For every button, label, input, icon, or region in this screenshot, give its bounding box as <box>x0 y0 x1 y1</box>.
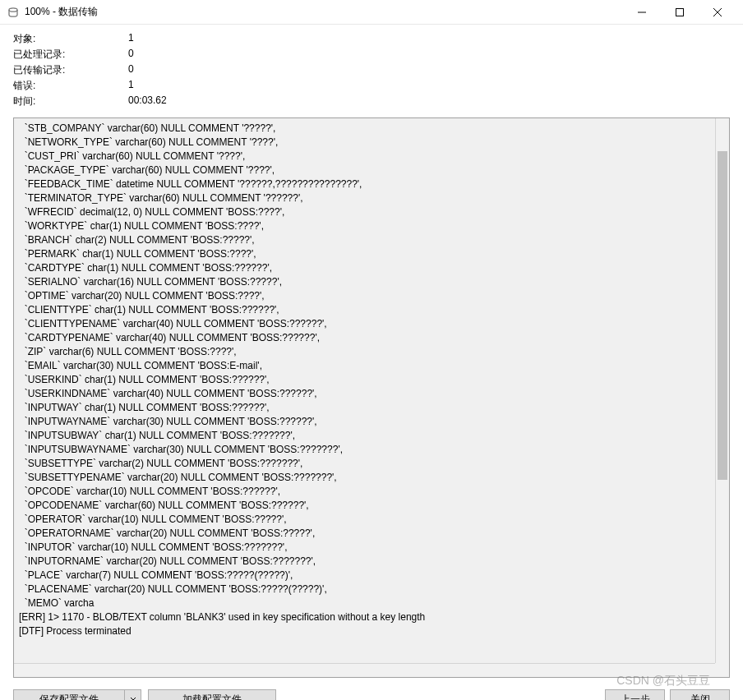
save-config-button[interactable]: 保存配置文件 <box>13 689 125 700</box>
log-line: `CLIENTTYPE` char(1) NULL COMMENT 'BOSS:… <box>19 303 724 317</box>
log-line: `CUST_PRI` varchar(60) NULL COMMENT '???… <box>19 150 724 163</box>
stat-label: 时间: <box>13 94 128 109</box>
log-output[interactable]: `STB_COMPANY` varchar(60) NULL COMMENT '… <box>14 118 729 677</box>
stat-row-errors: 错误: 1 <box>13 78 167 94</box>
stats-table: 对象: 1 已处理记录: 0 已传输记录: 0 错误: 1 时间: 00:03.… <box>13 31 167 109</box>
log-line: `INPUTSUBWAYNAME` varchar(30) NULL COMME… <box>19 443 724 457</box>
scroll-thumb[interactable] <box>718 151 727 480</box>
log-line: `EMAIL` varchar(30) NULL COMMENT 'BOSS:E… <box>19 359 724 373</box>
log-line: `CARDTYPE` char(1) NULL COMMENT 'BOSS:??… <box>19 261 724 275</box>
log-line: `OPTIME` varchar(20) NULL COMMENT 'BOSS:… <box>19 289 724 303</box>
log-line: `SUBSETTYPE` varchar(2) NULL COMMENT 'BO… <box>19 457 724 471</box>
stat-row-time: 时间: 00:03.62 <box>13 94 167 109</box>
stat-value: 1 <box>128 78 167 94</box>
log-line: `CARDTYPENAME` varchar(40) NULL COMMENT … <box>19 331 724 345</box>
stat-label: 已处理记录: <box>13 47 128 62</box>
stat-row-processed: 已处理记录: 0 <box>13 47 167 62</box>
log-line: `USERKIND` char(1) NULL COMMENT 'BOSS:??… <box>19 373 724 387</box>
svg-rect-2 <box>676 8 684 16</box>
scroll-corner <box>715 663 729 677</box>
log-line: `PACKAGE_TYPE` varchar(60) NULL COMMENT … <box>19 163 724 177</box>
log-panel: `STB_COMPANY` varchar(60) NULL COMMENT '… <box>13 117 730 678</box>
stat-label: 已传输记录: <box>13 62 128 78</box>
log-line: `BRANCH` char(2) NULL COMMENT 'BOSS:????… <box>19 233 724 247</box>
log-line: `OPERATORNAME` varchar(20) NULL COMMENT … <box>19 527 724 541</box>
log-line: `INPUTSUBWAY` char(1) NULL COMMENT 'BOSS… <box>19 429 724 443</box>
log-line: `INPUTWAYNAME` varchar(30) NULL COMMENT … <box>19 415 724 429</box>
app-icon <box>7 6 20 19</box>
load-config-button[interactable]: 加载配置文件 <box>148 689 276 700</box>
log-line: `CLIENTTYPENAME` varchar(40) NULL COMMEN… <box>19 317 724 331</box>
vertical-scrollbar[interactable] <box>715 118 729 663</box>
stat-value: 1 <box>128 31 167 47</box>
prev-button[interactable]: 上一步 <box>605 689 665 700</box>
log-line: `WFRECID` decimal(12, 0) NULL COMMENT 'B… <box>19 205 724 219</box>
log-line: `MEMO` varcha <box>19 596 724 610</box>
close-button[interactable] <box>699 0 736 25</box>
stat-value: 0 <box>128 47 167 62</box>
stat-value: 0 <box>128 62 167 78</box>
window-controls <box>623 0 736 25</box>
save-config-dropdown[interactable] <box>125 689 141 700</box>
log-line: `INPUTWAY` char(1) NULL COMMENT 'BOSS:??… <box>19 401 724 415</box>
maximize-button[interactable] <box>661 0 699 25</box>
stat-label: 错误: <box>13 78 128 94</box>
log-line: `PERMARK` char(1) NULL COMMENT 'BOSS:???… <box>19 247 724 261</box>
titlebar: 100% - 数据传输 <box>0 0 743 25</box>
log-line: [ERR] 1> 1170 - BLOB/TEXT column 'BLANK3… <box>19 610 724 624</box>
log-line: `INPUTORNAME` varchar(20) NULL COMMENT '… <box>19 555 724 569</box>
log-line: `SUBSETTYPENAME` varchar(20) NULL COMMEN… <box>19 471 724 485</box>
log-line: `OPCODE` varchar(10) NULL COMMENT 'BOSS:… <box>19 485 724 499</box>
log-line: [DTF] Process terminated <box>19 624 724 638</box>
footer-bar: 保存配置文件 加载配置文件 上一步 关闭 <box>0 684 743 700</box>
log-line: `TERMINATOR_TYPE` varchar(60) NULL COMME… <box>19 191 724 205</box>
minimize-button[interactable] <box>623 0 661 25</box>
window-title: 100% - 数据传输 <box>25 5 623 19</box>
log-line: `SERIALNO` varchar(16) NULL COMMENT 'BOS… <box>19 275 724 289</box>
stat-row-objects: 对象: 1 <box>13 31 167 47</box>
log-line: `WORKTYPE` char(1) NULL COMMENT 'BOSS:??… <box>19 219 724 233</box>
log-line: `ZIP` varchar(6) NULL COMMENT 'BOSS:????… <box>19 345 724 359</box>
svg-point-0 <box>9 7 17 11</box>
log-line: `PLACENAME` varchar(20) NULL COMMENT 'BO… <box>19 583 724 596</box>
chevron-down-icon <box>130 696 136 700</box>
stat-value: 00:03.62 <box>128 94 167 109</box>
log-line: `OPCODENAME` varchar(60) NULL COMMENT 'B… <box>19 499 724 513</box>
log-line: `INPUTOR` varchar(10) NULL COMMENT 'BOSS… <box>19 541 724 555</box>
log-line: `FEEDBACK_TIME` datetime NULL COMMENT '?… <box>19 177 724 191</box>
close-dialog-button[interactable]: 关闭 <box>670 689 730 700</box>
log-line: `NETWORK_TYPE` varchar(60) NULL COMMENT … <box>19 136 724 150</box>
log-line: `OPERATOR` varchar(10) NULL COMMENT 'BOS… <box>19 513 724 527</box>
stats-panel: 对象: 1 已处理记录: 0 已传输记录: 0 错误: 1 时间: 00:03.… <box>0 25 743 113</box>
horizontal-scrollbar[interactable] <box>14 663 715 677</box>
log-line: `USERKINDNAME` varchar(40) NULL COMMENT … <box>19 387 724 401</box>
log-line: `STB_COMPANY` varchar(60) NULL COMMENT '… <box>19 122 724 136</box>
stat-row-transferred: 已传输记录: 0 <box>13 62 167 78</box>
stat-label: 对象: <box>13 31 128 47</box>
log-line: `PLACE` varchar(7) NULL COMMENT 'BOSS:??… <box>19 569 724 583</box>
